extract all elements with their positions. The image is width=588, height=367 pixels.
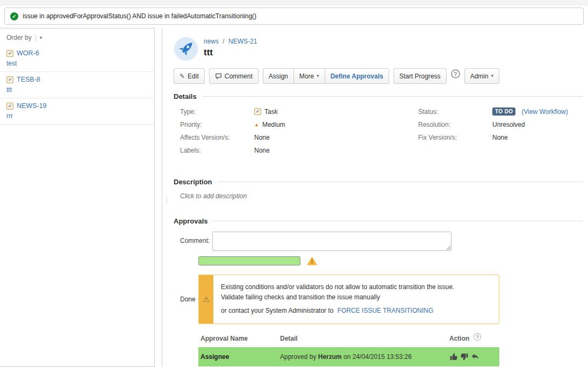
approval-comment-textarea[interactable] xyxy=(212,232,451,251)
col-action: Action xyxy=(449,335,469,342)
define-approvals-label: Define Approvals xyxy=(331,73,383,80)
type-label: Type: xyxy=(180,108,254,116)
type-value: Task xyxy=(264,108,278,116)
sidebar-item-wor-6[interactable]: ✔ WOR-6 test xyxy=(0,46,154,72)
approval-detail-cell: Approved by Herzum on 24/04/2015 13:53:2… xyxy=(280,353,449,361)
issue-summary-link[interactable]: ttt xyxy=(6,86,148,93)
done-transition-label: Done xyxy=(180,296,198,303)
chevron-down-icon: ▾ xyxy=(491,74,494,78)
fix-version-label: Fix Version/s: xyxy=(418,134,492,141)
order-by-dropdown[interactable]: Order by ▾ xyxy=(6,34,42,41)
page-title: ttt xyxy=(204,47,257,58)
priority-value: Medium xyxy=(262,121,285,128)
comment-button[interactable]: Comment xyxy=(209,68,259,84)
resolution-label: Resolution: xyxy=(418,121,492,128)
edit-button[interactable]: ✎ Edit xyxy=(174,68,205,84)
breadcrumb: news / NEWS-21 xyxy=(204,37,257,45)
pencil-icon: ✎ xyxy=(180,73,185,80)
details-heading: Details xyxy=(174,92,197,100)
warning-line-1: Existing conditions and/or validators do… xyxy=(221,282,454,292)
approval-comment-label: Comment: xyxy=(180,232,212,244)
details-section: Details Type: ✔ Task Priority: xyxy=(174,92,583,159)
affects-version-value: None xyxy=(254,134,270,141)
warning-line-3: or contact your System Administrator to xyxy=(221,307,333,314)
approvals-section: Approvals Comment: ! Done ⚠ xyxy=(174,217,583,366)
action-help-icon[interactable]: ? xyxy=(474,333,481,341)
section-rule xyxy=(213,221,583,221)
exclamation-glyph: ! xyxy=(311,258,313,265)
warning-triangle-icon[interactable]: ! xyxy=(307,257,317,265)
valid-query-check-icon: ✓ xyxy=(10,12,18,20)
thumbs-up-icon[interactable] xyxy=(449,352,458,361)
more-button-label: More xyxy=(299,73,314,80)
help-icon[interactable]: ? xyxy=(451,69,460,78)
labels-value: None xyxy=(254,147,270,154)
task-type-icon: ✔ xyxy=(6,76,13,83)
breadcrumb-issue-link[interactable]: NEWS-21 xyxy=(228,38,257,45)
description-section: Description Click to add description xyxy=(174,178,583,200)
edit-button-label: Edit xyxy=(188,73,199,80)
order-by-divider xyxy=(35,34,36,41)
undo-arrow-icon[interactable] xyxy=(471,352,479,361)
browser-top-strip xyxy=(0,0,588,5)
task-type-icon: ✔ xyxy=(6,50,13,57)
priority-label: Priority: xyxy=(180,121,254,128)
view-workflow-link[interactable]: (View Workflow) xyxy=(521,108,568,116)
table-row: Assignee Approved by Herzum on 24/04/201… xyxy=(198,347,499,366)
chevron-down-icon: ▾ xyxy=(317,74,319,78)
section-rule xyxy=(202,96,583,97)
order-by-label: Order by xyxy=(6,34,32,41)
jql-search-bar[interactable]: ✓ issue in approvedForApprovalStatus() A… xyxy=(4,8,584,25)
approval-name-cell: Assignee xyxy=(198,353,280,361)
issue-summary-link[interactable]: test xyxy=(6,60,148,67)
affects-version-label: Affects Version/s: xyxy=(180,134,254,141)
approvals-heading: Approvals xyxy=(174,217,208,225)
assign-button[interactable]: Assign xyxy=(263,68,293,84)
labels-label: Labels: xyxy=(180,147,254,154)
task-type-icon: ✔ xyxy=(6,103,13,110)
issue-key-link[interactable]: NEWS-19 xyxy=(17,102,47,110)
sidebar-item-news-19[interactable]: ✔ NEWS-19 rrr xyxy=(0,98,154,125)
jql-query-text[interactable]: issue in approvedForApprovalStatus() AND… xyxy=(23,12,256,20)
approvals-table: Approval Name Detail Action ? Assignee A… xyxy=(198,332,499,366)
task-type-icon: ✔ xyxy=(254,108,261,115)
comment-button-label: Comment xyxy=(225,73,253,80)
add-description-area[interactable]: Click to add description xyxy=(180,192,583,200)
define-approvals-button[interactable]: Define Approvals xyxy=(325,68,389,84)
start-progress-button[interactable]: Start Progress xyxy=(393,68,447,84)
status-label: Status: xyxy=(418,108,492,116)
status-badge: TO DO xyxy=(492,107,515,116)
issue-summary-link[interactable]: rrr xyxy=(6,112,148,120)
breadcrumb-project-link[interactable]: news xyxy=(204,38,219,45)
issue-key-link[interactable]: TESB-8 xyxy=(17,76,40,83)
thumbs-down-icon[interactable] xyxy=(460,352,469,361)
section-rule xyxy=(218,182,583,182)
detail-user: Herzum xyxy=(318,353,342,361)
issue-key-link[interactable]: WOR-6 xyxy=(17,49,39,57)
force-issue-transitioning-link[interactable]: FORCE ISSUE TRANSITIONING xyxy=(338,307,433,314)
approval-progress-bar[interactable] xyxy=(198,256,300,265)
priority-medium-icon: ▲ xyxy=(254,122,259,127)
issue-detail-panel: ⋮ news / NEWS-21 ttt xyxy=(162,28,588,367)
col-approval-name: Approval Name xyxy=(198,335,280,342)
more-dropdown-button[interactable]: More ▾ xyxy=(293,68,325,84)
panel-resize-handle[interactable]: ⋮ xyxy=(164,199,170,201)
detail-prefix: Approved by xyxy=(280,353,316,361)
warning-line-2: Validate failing checks and transition t… xyxy=(221,292,454,303)
admin-dropdown-button[interactable]: Admin ▾ xyxy=(464,68,500,84)
warning-outline-icon: ⚠ xyxy=(203,295,210,304)
resolution-value: Unresolved xyxy=(492,121,525,128)
content-area: Order by ▾ ✔ WOR-6 test ✔ TESB-8 ttt ✔ N… xyxy=(0,28,588,367)
project-avatar-rocket-icon xyxy=(174,37,198,61)
issue-toolbar: ✎ Edit Comment Assign More ▾ Define Appr… xyxy=(174,68,583,84)
detail-suffix: on 24/04/2015 13:53:26 xyxy=(343,353,412,361)
warning-stripe: ⚠ xyxy=(199,275,213,323)
sidebar-item-tesb-8[interactable]: ✔ TESB-8 ttt xyxy=(0,72,154,98)
issue-list-sidebar: Order by ▾ ✔ WOR-6 test ✔ TESB-8 ttt ✔ N… xyxy=(0,28,155,367)
start-progress-label: Start Progress xyxy=(399,73,441,80)
col-detail: Detail xyxy=(280,335,449,342)
breadcrumb-separator: / xyxy=(223,38,224,45)
fix-version-value: None xyxy=(492,134,508,141)
speech-bubble-icon xyxy=(215,73,222,80)
assign-button-label: Assign xyxy=(269,73,288,80)
